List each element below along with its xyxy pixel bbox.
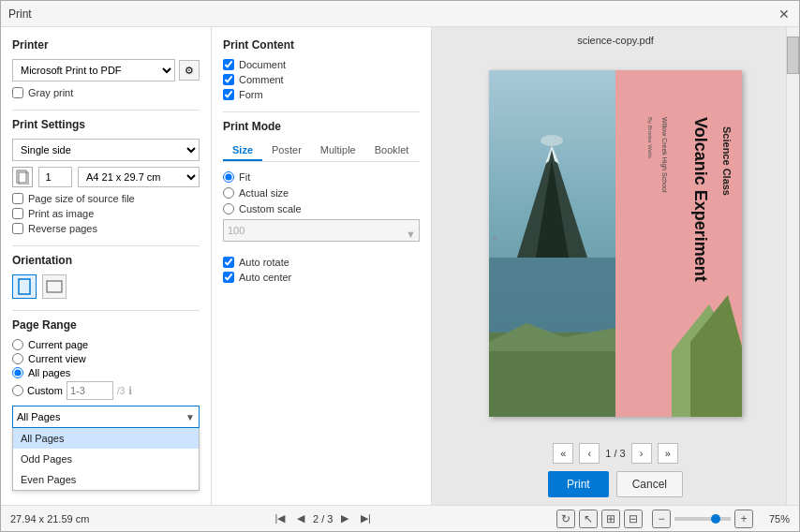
reverse-pages-checkbox[interactable] <box>12 223 23 234</box>
gray-print-row: Gray print <box>12 87 200 98</box>
auto-rotate-checkbox[interactable] <box>223 257 234 268</box>
zoom-out-button[interactable]: − <box>652 510 671 528</box>
form-checkbox[interactable] <box>223 89 234 100</box>
pages-dropdown-container: All Pages ▼ All Pages Odd Pages Even Pag… <box>12 406 200 428</box>
reverse-pages-label: Reverse pages <box>28 223 97 234</box>
svg-rect-3 <box>47 281 62 292</box>
page-range-title: Page Range <box>12 318 200 332</box>
status-first-page-button[interactable]: |◀ <box>272 510 289 527</box>
cancel-button[interactable]: Cancel <box>616 471 683 497</box>
all-pages-radio[interactable] <box>12 367 23 378</box>
tab-booklet[interactable]: Booklet <box>365 140 419 161</box>
print-as-image-checkbox[interactable] <box>12 208 23 219</box>
auto-rotate-label: Auto rotate <box>239 257 289 268</box>
status-page-display: 2 / 3 <box>313 513 333 525</box>
preview-area: ≡ Science Class Volcanic Experiment Will… <box>439 52 792 436</box>
fit-radio[interactable] <box>223 171 234 183</box>
dropdown-odd-pages[interactable]: Odd Pages <box>13 449 199 469</box>
paper-select[interactable]: A4 21 x 29.7 cm <box>78 167 200 187</box>
scrollbar-thumb[interactable] <box>787 37 799 74</box>
fit-page-button[interactable]: ⊟ <box>624 510 643 528</box>
close-button[interactable]: ✕ <box>777 7 792 22</box>
svg-text:By Brooke Wells: By Brooke Wells <box>647 117 653 158</box>
settings-section-title: Print Settings <box>12 118 200 131</box>
actual-size-radio[interactable] <box>223 187 234 199</box>
page-navigation: « ‹ 1 / 3 › » <box>553 443 677 464</box>
preview-photo-side: ≡ <box>489 70 615 417</box>
scale-input[interactable] <box>223 219 420 242</box>
status-bar: 27.94 x 21.59 cm |◀ ◀ 2 / 3 ▶ ▶| ↻ ↖ ⊞ ⊟… <box>1 505 799 531</box>
auto-center-checkbox[interactable] <box>223 272 234 283</box>
current-page-label: Current page <box>28 339 88 350</box>
current-view-label: Current view <box>28 353 86 364</box>
copies-input[interactable] <box>38 167 72 187</box>
portrait-button[interactable] <box>12 274 37 299</box>
landscape-button[interactable] <box>42 274 67 299</box>
print-content-section: Print Content Document Comment Form <box>223 38 420 100</box>
gray-print-checkbox[interactable] <box>12 87 23 98</box>
reverse-pages-row: Reverse pages <box>12 223 200 234</box>
page-size-label: Page size of source file <box>28 193 135 204</box>
print-button[interactable]: Print <box>548 471 609 497</box>
tab-size[interactable]: Size <box>223 140 262 161</box>
page-size-checkbox[interactable] <box>12 193 23 204</box>
printer-select[interactable]: Microsoft Print to PDF <box>12 59 175 81</box>
preview-panel: science-copy.pdf <box>432 27 799 505</box>
dropdown-value: All Pages <box>17 411 60 422</box>
custom-range-input[interactable] <box>67 381 113 400</box>
main-content: Printer Microsoft Print to PDF ⚙ Gray pr… <box>1 27 799 505</box>
document-checkbox[interactable] <box>223 59 234 70</box>
custom-info-icon: ℹ <box>128 385 132 397</box>
zoom-slider-thumb[interactable] <box>711 514 720 524</box>
side-select[interactable]: Single side <box>12 139 200 161</box>
last-page-button[interactable]: » <box>658 443 678 464</box>
status-next-page-button[interactable]: ▶ <box>336 510 353 527</box>
comment-checkbox[interactable] <box>223 74 234 85</box>
printer-row: Microsoft Print to PDF ⚙ <box>12 59 200 81</box>
dropdown-even-pages[interactable]: Even Pages <box>13 469 199 490</box>
current-view-radio[interactable] <box>12 353 23 364</box>
dropdown-all-pages[interactable]: All Pages <box>13 428 199 449</box>
custom-scale-label: Custom scale <box>239 203 302 214</box>
page-size-row: Page size of source file <box>12 193 200 204</box>
tab-multiple[interactable]: Multiple <box>311 140 365 161</box>
custom-scale-radio[interactable] <box>223 203 234 214</box>
action-row: Print Cancel <box>548 471 683 497</box>
custom-scale-row: Custom scale <box>223 203 420 214</box>
tab-poster[interactable]: Poster <box>262 140 311 161</box>
page-icon <box>12 167 33 187</box>
svg-text:Willow Creek High School: Willow Creek High School <box>660 117 668 193</box>
pages-dropdown[interactable]: All Pages ▼ <box>12 406 200 428</box>
next-page-button[interactable]: › <box>631 443 652 464</box>
status-last-page-button[interactable]: ▶| <box>357 510 374 527</box>
zoom-controls: − + 75% <box>652 510 790 528</box>
status-prev-page-button[interactable]: ◀ <box>292 510 309 527</box>
first-page-button[interactable]: « <box>553 443 573 464</box>
form-row: Form <box>223 89 420 100</box>
custom-radio[interactable] <box>12 385 23 396</box>
printer-section-title: Printer <box>12 38 200 52</box>
gray-print-label: Gray print <box>28 87 73 98</box>
print-settings-section: Print Settings Single side A4 21 x 29.7 … <box>12 118 200 234</box>
status-size: 27.94 x 21.59 cm <box>10 513 89 525</box>
zoom-in-button[interactable]: + <box>734 510 753 528</box>
rotate-tool-button[interactable]: ↻ <box>556 510 575 528</box>
cursor-tool-button[interactable]: ↖ <box>579 510 598 528</box>
left-panel: Printer Microsoft Print to PDF ⚙ Gray pr… <box>1 27 212 505</box>
orientation-row <box>12 274 200 299</box>
custom-label: Custom <box>27 385 63 396</box>
orientation-title: Orientation <box>12 254 200 267</box>
fit-label: Fit <box>239 171 250 183</box>
current-page-radio[interactable] <box>12 339 23 350</box>
all-pages-label: All pages <box>28 367 70 378</box>
fit-width-button[interactable]: ⊞ <box>601 510 620 528</box>
zoom-slider[interactable] <box>674 517 731 521</box>
auto-center-row: Auto center <box>223 272 420 283</box>
actual-size-label: Actual size <box>239 187 289 199</box>
scrollbar[interactable] <box>786 27 799 505</box>
prev-page-button[interactable]: ‹ <box>579 443 600 464</box>
printer-section: Printer Microsoft Print to PDF ⚙ Gray pr… <box>12 38 200 98</box>
printer-settings-button[interactable]: ⚙ <box>179 60 200 81</box>
svg-rect-5 <box>489 258 615 332</box>
print-content-title: Print Content <box>223 38 420 52</box>
